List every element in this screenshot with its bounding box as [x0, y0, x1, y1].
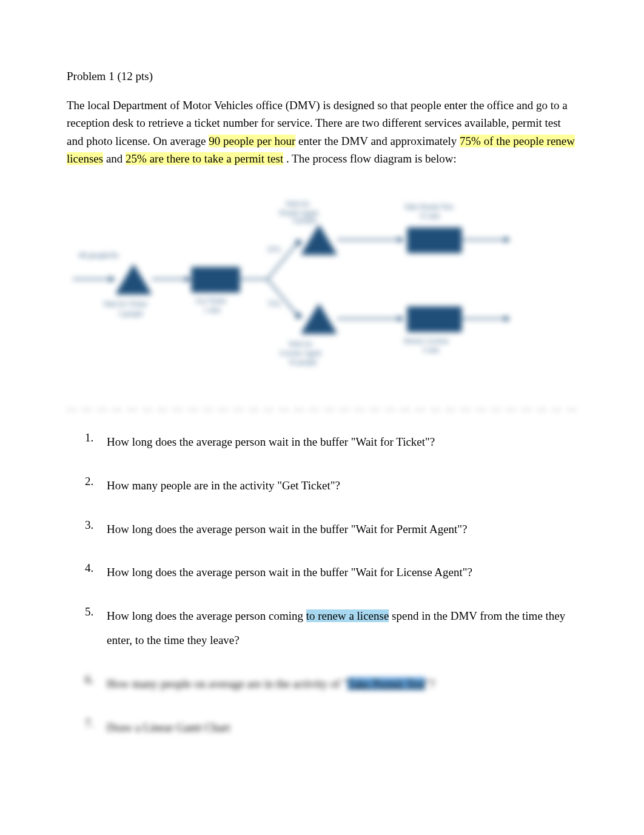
get-ticket-label: Get Ticket: [196, 297, 227, 305]
question-2: 2. How many people are in the activity "…: [85, 474, 577, 498]
q2-text: How many people are in the activity "Get…: [107, 474, 577, 498]
q3-number: 3.: [85, 517, 107, 542]
q2-number: 2.: [85, 474, 107, 498]
q7-number: 7.: [85, 716, 107, 740]
q6-post: "?: [425, 677, 435, 690]
buffer-license-label1: Wait for: [289, 339, 312, 347]
q4-number: 4.: [85, 560, 107, 585]
q6-pre: How many people on average are in the ac…: [107, 677, 347, 690]
svg-marker-10: [295, 311, 303, 318]
svg-marker-22: [505, 315, 511, 321]
split-permit-pct: 25%: [267, 245, 281, 253]
buffer-permit-label1: Wait for: [286, 200, 309, 208]
svg-marker-15: [301, 303, 337, 334]
process-flow-diagram: 90 people/hr Wait for Ticket 5 people Ge…: [67, 185, 577, 385]
svg-marker-1: [109, 276, 115, 282]
buffer-ticket-label: Wait for Ticket: [103, 300, 147, 308]
buffer-permit-count: 3 people: [292, 216, 317, 224]
q7-text: Draw a Linear Gantt Chart: [107, 716, 577, 740]
svg-rect-14: [407, 227, 461, 253]
question-7: 7. Draw a Linear Gantt Chart: [85, 716, 577, 740]
svg-marker-8: [295, 240, 303, 247]
question-5: 5. How long does the average person comi…: [85, 604, 577, 652]
q4-text: How long does the average person wait in…: [107, 560, 577, 585]
q1-text: How long does the average person wait in…: [107, 430, 577, 454]
split-license-pct: 75%: [267, 300, 281, 308]
intro-text-mid1: enter the DMV and approximately: [295, 135, 460, 147]
svg-marker-11: [301, 224, 337, 255]
q5-number: 5.: [85, 604, 107, 652]
permit-test-time: 15 min: [419, 212, 440, 220]
questions-list: 1. How long does the average person wait…: [67, 430, 577, 740]
question-1: 1. How long does the average person wait…: [85, 430, 577, 454]
q6-number: 6.: [85, 672, 107, 696]
question-4: 4. How long does the average person wait…: [85, 560, 577, 585]
svg-rect-5: [191, 267, 240, 292]
q5-highlight: to renew a license: [306, 609, 389, 622]
svg-marker-20: [505, 236, 511, 243]
svg-rect-18: [407, 306, 461, 332]
renew-license-label: Renew License: [404, 336, 449, 344]
question-6: 6. How many people on average are in the…: [85, 672, 577, 696]
flow-diagram-svg: 90 people/hr Wait for Ticket 5 people Ge…: [67, 185, 577, 386]
svg-marker-13: [398, 236, 404, 243]
svg-marker-2: [115, 264, 152, 294]
question-3: 3. How long does the average person wait…: [85, 517, 577, 542]
highlight-people-per-hour: 90 people per hour: [209, 135, 295, 147]
buffer-license-count: 10 people: [289, 357, 317, 366]
entry-label: 90 people/hr: [79, 250, 119, 260]
permit-test-label: Take Permit Test: [404, 203, 454, 211]
intro-text-mid2: and: [103, 152, 126, 165]
get-ticket-time: 1 min: [204, 306, 221, 314]
intro-text-mid3: . The process flow diagram is below:: [283, 152, 457, 165]
buffer-license-label2: License Agent: [280, 348, 322, 357]
buffer-ticket-count: 5 people: [118, 309, 143, 317]
svg-line-9: [267, 279, 298, 315]
blurred-divider: — — — — — — — — — — — — — — — — — — — — …: [67, 403, 577, 414]
renew-license-time: 5 min: [422, 345, 439, 354]
q5-text: How long does the average person coming …: [107, 604, 577, 652]
svg-marker-4: [185, 276, 191, 282]
intro-paragraph: The local Department of Motor Vehicles o…: [67, 96, 577, 168]
q6-text: How many people on average are in the ac…: [107, 672, 577, 696]
q5-pre: How long does the average person coming: [107, 609, 306, 622]
svg-marker-17: [398, 315, 404, 321]
problem-title: Problem 1 (12 pts): [67, 70, 577, 83]
q6-highlight: Take Permit Test: [347, 677, 425, 690]
q3-text: How long does the average person wait in…: [107, 517, 577, 542]
highlight-permit-test: 25% are there to take a permit test: [126, 152, 283, 165]
q1-number: 1.: [85, 430, 107, 454]
